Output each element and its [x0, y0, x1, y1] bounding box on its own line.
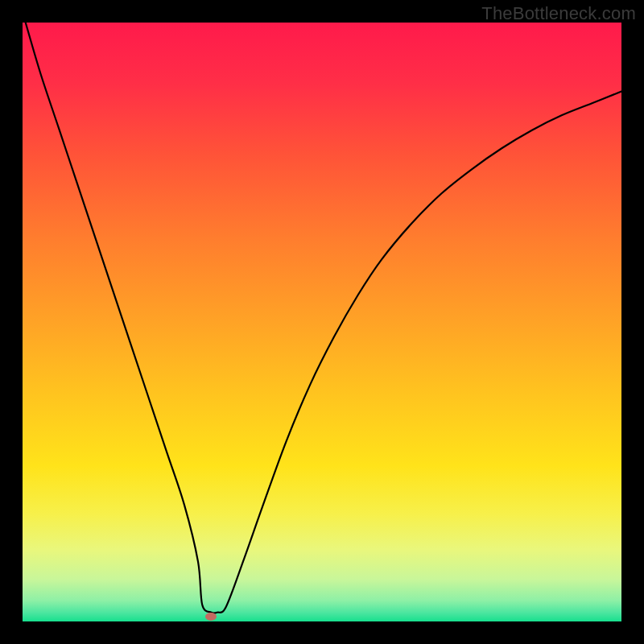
gradient-background: [23, 23, 621, 621]
optimal-point-marker: [205, 613, 217, 621]
watermark-text: TheBottleneck.com: [481, 3, 636, 24]
chart-frame: TheBottleneck.com: [0, 0, 644, 644]
plot-area: [23, 23, 621, 621]
plot-svg: [23, 23, 621, 621]
